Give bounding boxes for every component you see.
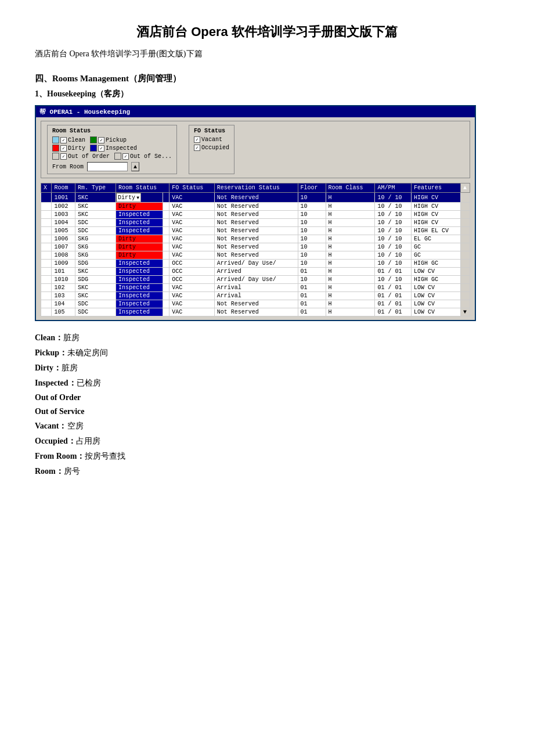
cell-rm-type: SDG [75,260,116,268]
cell-reservation: Not Reserved [214,308,298,316]
cell-fo: VAC [169,203,214,211]
cell-ampm: 10 / 10 [375,211,412,219]
cell-class: H [326,268,375,276]
cell-room: 1002 [52,203,75,211]
cell-reservation: Not Reserved [214,300,298,308]
cell-x [41,276,52,284]
filter-out-of-service[interactable]: ✓ Out of Se... [114,153,172,160]
cell-class: H [326,235,375,243]
clean-checkbox[interactable]: ✓ [60,137,67,143]
housekeeping-table: X Room Rm. Type Room Status FO Status Re… [41,183,470,316]
from-room-spin[interactable]: ▲ [131,162,139,171]
occupied-checkbox[interactable]: ✓ [194,145,200,151]
cell-fo: VAC [169,308,214,316]
cell-floor: 01 [298,268,326,276]
table-row[interactable]: 101 SKC Inspected OCC Arrived 01 H 01 / … [41,268,470,276]
cell-rm-type: SDC [75,308,116,316]
cell-features: LOW CV [412,268,461,276]
cell-reservation: Arrived/ Day Use/ [214,260,298,268]
pickup-label: Pickup [106,137,127,143]
inspected-checkbox[interactable]: ✓ [98,145,104,152]
dirty-checkbox[interactable]: ✓ [60,145,67,152]
def-inspected: Inspected：已检房 [35,378,499,388]
table-row[interactable]: 102 SKC Inspected VAC Arrival 01 H 01 / … [41,284,470,292]
status-cell: Inspected [116,292,163,300]
cell-features: LOW CV [412,292,461,300]
table-row[interactable]: 1003 SKC Inspected VAC Not Reserved 10 H… [41,211,470,219]
filter-occupied[interactable]: ✓ Occupied [194,145,229,151]
from-room-input[interactable] [87,162,128,171]
subtitle: 酒店前台 Opera 软件培训学习手册(图文版)下篇 [35,49,499,59]
def-room: Room：房号 [35,466,499,477]
cell-x [41,292,52,300]
status-cell: Inspected [116,260,163,268]
cell-class: H [326,292,375,300]
cell-class: H [326,227,375,235]
cell-features: GC [412,251,461,260]
vacant-checkbox[interactable]: ✓ [194,136,200,143]
table-row[interactable]: 1008 SKG Dirty VAC Not Reserved 10 H 10 … [41,251,470,260]
cell-floor: 01 [298,284,326,292]
col-room: Room [52,183,75,193]
definitions-section: Clean：脏房 Pickup：未确定房间 Dirty：脏房 Inspected… [35,333,499,477]
pickup-checkbox[interactable]: ✓ [98,137,104,143]
filter-dirty[interactable]: ✓ Dirty [52,145,85,152]
table-row[interactable]: 1010 SDG Inspected OCC Arrived/ Day Use/… [41,276,470,284]
cell-fo: VAC [169,235,214,243]
cell-scrollbar [461,276,470,284]
table-row[interactable]: 104 SDC Inspected VAC Not Reserved 01 H … [41,300,470,308]
pickup-color-box [90,136,97,143]
filter-panel: Room Status ✓ Clean ✓ Pickup [41,121,470,178]
status-text: Dirty [118,195,135,201]
cell-room: 1010 [52,276,75,284]
cell-scrollbar [461,268,470,276]
filter-pickup[interactable]: ✓ Pickup [90,136,127,143]
cell-class: H [326,211,375,219]
dirty-label: Dirty [68,145,85,152]
table-row[interactable]: 1009 SDG Inspected OCC Arrived/ Day Use/… [41,260,470,268]
dropdown-arrow-icon[interactable]: ▼ [136,195,139,200]
out-of-service-label: Out of Se... [130,153,172,160]
filter-out-of-order[interactable]: ✓ Out of Order [52,153,110,160]
cell-room: 1004 [52,219,75,227]
table-row[interactable]: 1007 SKG Dirty VAC Not Reserved 10 H 10 … [41,243,470,251]
cell-rm-type: SDC [75,219,116,227]
cell-x [41,219,52,227]
filter-clean[interactable]: ✓ Clean [52,136,85,143]
cell-ampm: 10 / 10 [375,243,412,251]
cell-ampm: 01 / 01 [375,308,412,316]
fo-status-label: FO Status [194,128,229,134]
cell-reservation: Arrival [214,292,298,300]
vacant-label: Vacant [201,136,222,143]
table-row[interactable]: 105 SDC Inspected VAC Not Reserved 01 H … [41,308,470,316]
cell-features: HIGH CV [412,211,461,219]
cell-class: H [326,260,375,268]
out-of-order-checkbox[interactable]: ✓ [60,153,67,160]
out-of-service-checkbox[interactable]: ✓ [122,153,129,160]
cell-reservation: Not Reserved [214,203,298,211]
cell-features: LOW CV [412,300,461,308]
from-room-row: From Room ▲ [52,162,172,171]
status-extra-col [163,276,169,284]
filter-inspected[interactable]: ✓ Inspected [90,145,137,152]
cell-fo: VAC [169,243,214,251]
cell-fo: VAC [169,227,214,235]
table-row[interactable]: 1002 SKC Dirty VAC Not Reserved 10 H 10 … [41,203,470,211]
cell-rm-type: SKC [75,211,116,219]
cell-features: LOW CV [412,308,461,316]
table-row[interactable]: 1001 SKC Dirty ▼ VAC Not Reserved 10 H 1… [41,193,470,203]
cell-features: LOW CV [412,284,461,292]
filter-vacant[interactable]: ✓ Vacant [194,136,229,143]
cell-scrollbar: ▼ [461,308,470,316]
table-row[interactable]: 1004 SDC Inspected VAC Not Reserved 10 H… [41,219,470,227]
cell-room: 102 [52,284,75,292]
table-row[interactable]: 1005 SDC Inspected VAC Not Reserved 10 H… [41,227,470,235]
cell-fo: VAC [169,292,214,300]
status-cell: Inspected [116,268,163,276]
cell-floor: 10 [298,219,326,227]
cell-reservation: Arrived [214,268,298,276]
status-cell: Inspected [116,300,163,308]
table-row[interactable]: 1006 SKG Dirty VAC Not Reserved 10 H 10 … [41,235,470,243]
cell-reservation: Arrived/ Day Use/ [214,276,298,284]
table-row[interactable]: 103 SKC Inspected VAC Arrival 01 H 01 / … [41,292,470,300]
